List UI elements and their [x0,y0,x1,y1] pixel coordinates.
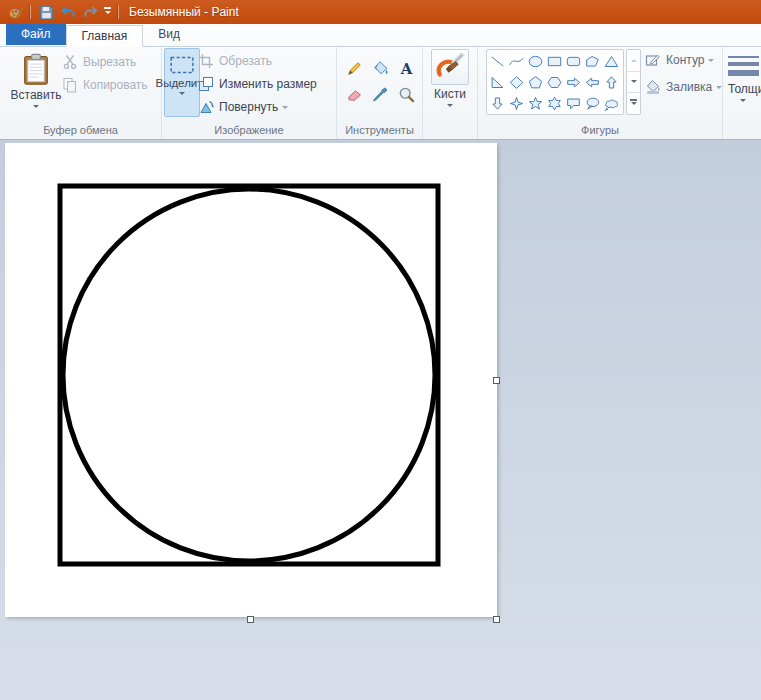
tab-home[interactable]: Главная [66,25,144,47]
workspace [0,140,761,700]
brush-icon [431,49,469,85]
magnifier-tool-button[interactable] [395,83,417,105]
shape-callout-rectangle[interactable] [564,93,583,113]
fill-dropdown-caret [716,86,722,92]
shape-ellipse[interactable] [526,51,545,71]
shape-line[interactable] [488,51,507,71]
size-label: Толщина [728,82,761,96]
qat-separator [30,5,31,19]
cut-label: Вырезать [83,55,136,69]
paste-dropdown-caret [33,105,39,111]
resize-label: Изменить размер [219,77,317,91]
group-shapes: Контур Заливка Фигуры [478,47,723,139]
group-tools: A Инструменты [337,47,423,139]
copy-button[interactable]: Копировать [62,77,148,93]
shape-fill-button[interactable]: Заливка [645,79,722,95]
shape-diamond[interactable] [507,72,526,92]
group-image: Выделить Обрезать Изменить размер Пове [162,47,337,139]
paint-window: Безымянный - Paint Файл Главная Вид Вста… [0,0,761,700]
crop-icon [198,53,214,69]
rotate-label: Повернуть [219,100,278,114]
scissors-icon [62,54,78,70]
select-dropdown-caret [179,92,185,98]
brushes-label: Кисти [434,87,466,101]
resize-icon [198,76,214,92]
clipboard-group-label: Буфер обмена [0,124,161,136]
eraser-tool-button[interactable] [343,83,365,105]
pencil-tool-button[interactable] [343,57,365,79]
window-title: Безымянный - Paint [129,5,239,19]
color-picker-tool-button[interactable] [369,83,391,105]
shape-arrow-right[interactable] [564,72,583,92]
canvas-resize-handle-corner[interactable] [493,616,500,623]
shapes-more-button[interactable] [627,93,640,114]
rotate-button[interactable]: Повернуть [198,99,288,115]
shapes-group-label: Фигуры [478,124,722,136]
rotate-icon [198,99,214,115]
shape-star-4[interactable] [507,93,526,113]
shape-callout-oval[interactable] [583,93,602,113]
paste-label: Вставить [11,88,62,102]
ribbon: Вставить Вырезать Копировать Буфер обмен… [0,47,761,140]
qat-separator [118,5,119,19]
canvas-resize-handle-right[interactable] [493,377,500,384]
shape-arrow-up[interactable] [602,72,621,92]
fill-style-icon [645,79,661,95]
shape-star-5[interactable] [526,93,545,113]
rotate-dropdown-caret [282,106,288,112]
crop-button[interactable]: Обрезать [198,53,272,69]
fill-tool-button[interactable] [369,57,391,79]
outline-icon [645,52,661,68]
brushes-button[interactable]: Кисти [426,48,474,120]
qat-dropdown-icon[interactable] [104,7,111,17]
shape-triangle[interactable] [602,51,621,71]
shape-hexagon[interactable] [545,72,564,92]
save-icon[interactable] [37,3,55,21]
undo-icon[interactable] [59,3,77,21]
shapes-scroll-down-button[interactable] [627,72,640,94]
shape-pentagon[interactable] [526,72,545,92]
shape-rounded-rectangle[interactable] [564,51,583,71]
text-tool-button[interactable]: A [395,57,417,79]
shape-arrow-left[interactable] [583,72,602,92]
shape-polygon[interactable] [583,51,602,71]
tab-file[interactable]: Файл [6,24,66,45]
cut-button[interactable]: Вырезать [62,54,136,70]
paint-app-icon [6,3,24,21]
tab-view[interactable]: Вид [143,24,195,46]
line-thickness-icon [728,53,759,76]
shape-callout-cloud[interactable] [602,93,621,113]
selection-rect-icon [169,55,195,75]
size-button[interactable]: Толщина [727,49,761,119]
outline-dropdown-caret [708,59,714,65]
paste-button[interactable]: Вставить [8,49,64,119]
shape-star-6[interactable] [545,93,564,113]
outline-label: Контур [666,53,704,67]
shape-arrow-down[interactable] [488,93,507,113]
tools-group-label: Инструменты [337,124,422,136]
shape-rectangle[interactable] [545,51,564,71]
shape-curve[interactable] [507,51,526,71]
svg-text:A: A [399,60,412,77]
shape-outline-button[interactable]: Контур [645,52,714,68]
select-button[interactable]: Выделить [164,48,200,117]
shape-right-triangle[interactable] [488,72,507,92]
tools-grid: A [341,55,419,107]
resize-button[interactable]: Изменить размер [198,76,317,92]
copy-icon [62,77,78,93]
titlebar: Безымянный - Paint [0,0,761,24]
crop-label: Обрезать [219,54,272,68]
canvas-resize-handle-bottom[interactable] [247,616,254,623]
drawing-canvas[interactable] [5,143,497,617]
group-brushes: Кисти [423,47,478,139]
shapes-scroll-up-button[interactable] [627,50,640,72]
fill-label: Заливка [666,80,712,94]
clipboard-icon [23,53,49,86]
group-clipboard: Вставить Вырезать Копировать Буфер обмен… [0,47,162,139]
canvas-drawing [5,143,497,617]
brushes-dropdown-caret [447,104,453,110]
shapes-gallery [486,49,624,115]
image-group-label: Изображение [162,124,336,136]
size-dropdown-caret [740,99,746,105]
redo-icon[interactable] [81,3,99,21]
